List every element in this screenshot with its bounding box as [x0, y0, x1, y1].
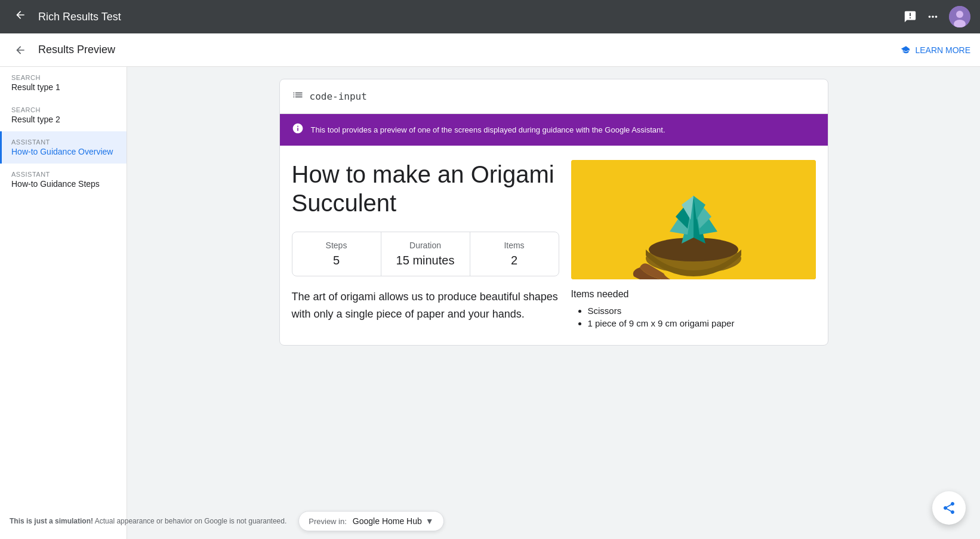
top-bar-back-button[interactable]: [10, 6, 31, 27]
steps-label: Steps: [302, 241, 371, 250]
svg-point-5: [649, 238, 738, 261]
sidebar-label-3: How-to Guidance Overview: [11, 147, 117, 156]
recipe-right: Items needed Scissors 1 piece of 9 cm x …: [571, 160, 816, 331]
top-bar-title: Rich Results Test: [38, 11, 896, 23]
sidebar-label-4: How-to Guidance Steps: [11, 179, 117, 189]
back-arrow-icon: [14, 9, 26, 24]
content-area: code-input This tool provides a preview …: [127, 67, 980, 539]
info-banner-text: This tool provides a preview of one of t…: [311, 125, 665, 134]
sidebar-category-2: Search: [11, 106, 117, 113]
simulation-sublabel: Actual appearance or behavior on Google …: [95, 517, 287, 525]
top-bar-icons: [904, 6, 970, 27]
preview-selector[interactable]: Preview in: Google Home Hub ▼: [298, 511, 443, 531]
learn-more-label: LEARN MORE: [915, 45, 970, 55]
recipe-description: The art of origami allows us to produce …: [292, 288, 559, 323]
stat-duration: Duration 15 minutes: [381, 232, 470, 276]
user-avatar[interactable]: [949, 6, 970, 27]
items-needed-title: Items needed: [571, 289, 816, 300]
list-item: Scissors: [588, 306, 816, 316]
recipe-title: How to make an Origami Succulent: [292, 160, 559, 217]
device-label: Google Home Hub: [353, 516, 422, 526]
info-banner: This tool provides a preview of one of t…: [280, 114, 828, 146]
apps-icon[interactable]: [926, 10, 939, 23]
card-header-list-icon: [292, 89, 304, 104]
sidebar-item-howto-overview[interactable]: Assistant How-to Guidance Overview: [0, 131, 127, 164]
preview-in-label: Preview in:: [309, 517, 347, 526]
recipe-image: [571, 160, 816, 279]
card-header-title: code-input: [310, 91, 367, 102]
sidebar-category-4: Assistant: [11, 171, 117, 178]
second-bar-back-button[interactable]: [10, 39, 31, 61]
sidebar-label-2: Result type 2: [11, 115, 117, 124]
simulation-notice: This is just a simulation! Actual appear…: [10, 517, 286, 525]
learn-more-button[interactable]: LEARN MORE: [901, 45, 970, 56]
sidebar: Search Result type 1 Search Result type …: [0, 67, 127, 539]
stats-table: Steps 5 Duration 15 minutes Items 2: [292, 232, 559, 276]
share-fab[interactable]: [932, 491, 966, 525]
simulation-label: This is just a simulation!: [10, 517, 93, 525]
sidebar-item-howto-steps[interactable]: Assistant How-to Guidance Steps: [0, 164, 127, 196]
dropdown-arrow-icon: ▼: [426, 516, 434, 526]
card-header: code-input: [280, 79, 828, 114]
items-list: Scissors 1 piece of 9 cm x 9 cm origami …: [571, 306, 816, 328]
sidebar-category-3: Assistant: [11, 138, 117, 146]
second-bar-title: Results Preview: [38, 44, 893, 56]
preview-card: code-input This tool provides a preview …: [279, 79, 828, 346]
info-circle-icon: [292, 122, 304, 137]
recipe-content: How to make an Origami Succulent Steps 5…: [280, 146, 828, 345]
bottom-bar: This is just a simulation! Actual appear…: [0, 503, 980, 539]
feedback-icon[interactable]: [904, 10, 917, 23]
stat-items: Items 2: [470, 232, 559, 276]
device-select[interactable]: Google Home Hub ▼: [353, 516, 434, 526]
sidebar-label-1: Result type 1: [11, 82, 117, 92]
duration-label: Duration: [391, 241, 460, 250]
svg-point-1: [956, 11, 963, 18]
items-label: Items: [480, 241, 549, 250]
duration-value: 15 minutes: [391, 254, 460, 267]
sidebar-item-search-result-1[interactable]: Search Result type 1: [0, 67, 127, 99]
steps-value: 5: [302, 254, 371, 267]
items-value: 2: [480, 254, 549, 267]
sidebar-item-search-result-2[interactable]: Search Result type 2: [0, 99, 127, 131]
main-layout: Search Result type 1 Search Result type …: [0, 67, 980, 539]
recipe-left: How to make an Origami Succulent Steps 5…: [292, 160, 559, 331]
stat-steps: Steps 5: [292, 232, 381, 276]
second-bar: Results Preview LEARN MORE: [0, 33, 980, 67]
top-bar: Rich Results Test: [0, 0, 980, 33]
list-item: 1 piece of 9 cm x 9 cm origami paper: [588, 318, 816, 328]
sidebar-category-1: Search: [11, 74, 117, 81]
